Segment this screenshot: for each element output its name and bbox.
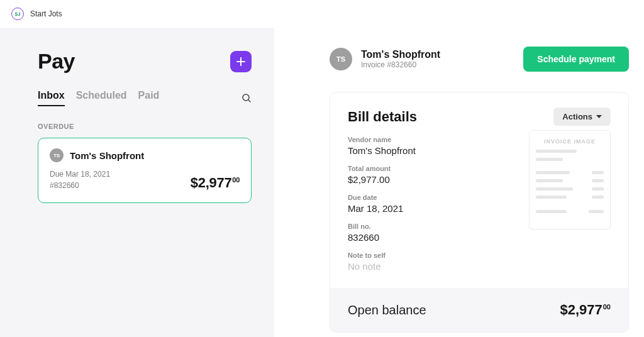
tab-inbox[interactable]: Inbox: [38, 90, 65, 106]
bill-card[interactable]: TS Tom's Shopfront Due Mar 18, 2021 #832…: [38, 138, 252, 203]
actions-label: Actions: [562, 112, 592, 121]
actions-button[interactable]: Actions: [553, 108, 611, 126]
bill-details-title: Bill details: [348, 109, 417, 125]
vendor-avatar: TS: [330, 48, 352, 70]
open-balance-amount: $2,97700: [560, 302, 611, 318]
brand-name: Start Jots: [30, 9, 62, 18]
field-value-billno: 832660: [348, 232, 611, 243]
open-balance-label: Open balance: [348, 303, 426, 318]
plus-icon: [236, 57, 245, 66]
open-balance-row: Open balance $2,97700: [330, 288, 628, 332]
invoice-thumbnail-title: INVOICE IMAGE: [536, 138, 604, 145]
pay-tabs: Inbox Scheduled Paid: [38, 90, 159, 106]
bill-card-vendor: Tom's Shopfront: [70, 150, 144, 161]
detail-panel: TS Tom's Shopfront Invoice #832660 Sched…: [274, 28, 644, 337]
brand-avatar: SJ: [11, 8, 24, 20]
tab-scheduled[interactable]: Scheduled: [76, 90, 127, 106]
invoice-thumbnail[interactable]: INVOICE IMAGE: [529, 130, 611, 229]
add-bill-button[interactable]: [230, 51, 252, 72]
schedule-payment-button[interactable]: Schedule payment: [523, 47, 629, 72]
vendor-avatar-small: TS: [50, 148, 64, 162]
search-icon: [242, 93, 252, 103]
bill-card-meta: Due Mar 18, 2021 #832660: [50, 168, 110, 191]
pay-panel: Pay Inbox Scheduled Paid OVERDUE TS Tom'…: [0, 28, 274, 337]
page-title: Pay: [38, 49, 75, 74]
bill-card-due: Due Mar 18, 2021: [50, 168, 110, 180]
tab-paid[interactable]: Paid: [138, 90, 160, 106]
bill-card-ref: #832660: [50, 180, 110, 191]
vendor-title: Tom's Shopfront: [361, 49, 440, 60]
search-button[interactable]: [242, 93, 252, 103]
bill-details-card: Bill details Actions Vendor name Tom's S…: [330, 92, 629, 333]
field-label-note: Note to self: [348, 251, 611, 259]
top-bar: SJ Start Jots: [0, 0, 644, 28]
field-value-note: No note: [348, 261, 611, 272]
caret-down-icon: [596, 115, 602, 119]
bill-card-amount: $2,97700: [191, 175, 240, 191]
section-overdue-label: OVERDUE: [38, 123, 252, 130]
invoice-subtitle: Invoice #832660: [361, 60, 440, 69]
